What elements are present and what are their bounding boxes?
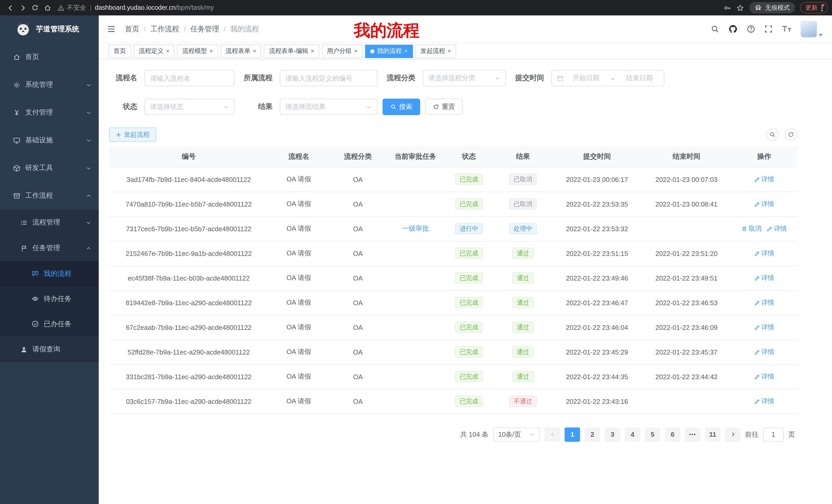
refresh-button[interactable] [785,129,797,141]
cell-status: 已完成 [444,364,494,389]
start-date-placeholder[interactable]: 开始日期 [567,74,605,83]
page-button-6[interactable]: 6 [665,427,680,442]
sidebar-item-my-process[interactable]: 我的流程 [0,261,99,286]
category-select[interactable]: 请选择流程分类 [423,70,506,86]
table-row: 03c6c157-7b9a-11ec-a290-acde48001122 OA … [109,389,797,414]
sidebar-item-done-tasks[interactable]: 已办任务 [0,311,99,337]
table-row: 52ffd28e-7b9a-11ec-a290-acde48001122 OA … [109,340,797,364]
detail-link[interactable]: 详情 [754,175,774,184]
cancel-link[interactable]: 取消 [742,224,761,233]
page-size-select[interactable]: 10条/页 [493,427,540,442]
col-actions: 操作 [731,146,797,167]
sidebar-toggle-icon[interactable] [107,25,116,33]
cell-submit-time: 2022-01-22 23:51:15 [552,241,642,265]
chevron-up-icon [86,193,92,199]
breadcrumb-home[interactable]: 首页 [125,24,139,34]
table-row: 7470a810-7b9b-11ec-b5b7-acde48001122 OA … [109,192,797,216]
more-pages-button[interactable]: ••• [685,427,700,442]
end-date-placeholder[interactable]: 结束日期 [620,74,659,83]
tab-process-form-edit[interactable]: 流程表单-编辑× [264,45,319,58]
sidebar-item-leave-query[interactable]: 请假查询 [0,337,99,362]
page-button-11[interactable]: 11 [705,427,721,442]
next-page-button[interactable] [725,427,740,442]
result-select[interactable]: 请选择流结果 [280,99,378,115]
close-icon[interactable]: × [311,48,314,54]
cell-status: 已完成 [444,340,494,364]
page-button-2[interactable]: 2 [585,427,600,442]
calendar-icon [557,75,564,81]
address-bar[interactable]: 不安全 dashboard.yudao.iocoder.cn/bpm/task/… [58,3,724,12]
tab-process-form[interactable]: 流程表单× [220,45,261,58]
tab-home[interactable]: 首页 [108,45,131,58]
detail-link[interactable]: 详情 [754,347,774,356]
tab-my-process[interactable]: 我的流程× [365,45,413,58]
security-status[interactable]: 不安全 [58,3,86,12]
sidebar-item-todo-tasks[interactable]: 待办任务 [0,286,99,311]
sidebar-item-process-management[interactable]: 流程管理 [0,209,99,235]
page-button-3[interactable]: 3 [605,427,620,442]
page-button-5[interactable]: 5 [645,427,660,442]
detail-link[interactable]: 详情 [754,249,774,258]
cell-submit-time: 2022-01-22 23:45:29 [552,340,642,364]
detail-link[interactable]: 详情 [767,224,787,233]
sidebar-item-task-management[interactable]: 任务管理 [0,235,99,261]
process-name-input[interactable] [145,70,234,86]
date-range-picker[interactable]: 开始日期 - 结束日期 [551,70,665,86]
detail-link[interactable]: 详情 [754,274,774,282]
breadcrumb-task-management[interactable]: 任务管理 [190,24,219,34]
browser-reload-button[interactable] [29,2,41,14]
avatar[interactable] [801,21,817,37]
close-icon[interactable]: × [210,48,213,54]
tab-user-group[interactable]: 用户分组× [322,45,363,58]
browser-back-button[interactable] [4,2,17,14]
current-task-link[interactable]: 一级审批 [402,224,429,233]
goto-page-input[interactable] [763,427,784,442]
fullscreen-icon[interactable] [764,25,773,33]
sidebar-item-system[interactable]: 系统管理 [0,71,99,99]
github-icon[interactable] [728,24,738,34]
bookmark-star-icon[interactable] [736,4,744,11]
close-icon[interactable]: × [253,48,256,54]
chat-bubble-icon [31,270,39,277]
close-icon[interactable]: × [354,48,358,54]
breadcrumb-workflow[interactable]: 工作流程 [150,24,179,34]
toggle-search-button[interactable] [766,129,779,141]
cell-status: 已完成 [444,290,494,315]
page-button-1[interactable]: 1 [565,427,580,442]
start-process-button[interactable]: 发起流程 [109,128,156,142]
tab-start-process[interactable]: 发起流程× [415,45,456,58]
cell-status: 已完成 [444,315,494,340]
help-icon[interactable] [747,25,755,33]
font-size-icon[interactable] [782,25,792,33]
key-icon[interactable] [724,4,731,11]
user-menu[interactable] [801,21,823,37]
sidebar-item-payment[interactable]: 支付管理 [0,99,99,127]
search-icon[interactable] [711,25,719,33]
prev-page-button[interactable] [545,427,560,442]
tab-process-model[interactable]: 流程模型× [177,45,218,58]
browser-update-button[interactable]: 更新 [800,2,828,13]
detail-link[interactable]: 详情 [754,323,774,332]
detail-link[interactable]: 详情 [754,298,774,307]
close-icon[interactable]: × [448,48,451,54]
search-button[interactable]: 搜索 [383,99,420,115]
sidebar-item-workflow[interactable]: 工作流程 [0,182,99,209]
browser-forward-button[interactable] [17,2,29,14]
status-select[interactable]: 请选择状态 [145,99,234,115]
detail-link[interactable]: 详情 [754,397,774,405]
divider [90,4,91,11]
reset-button[interactable]: 重置 [425,99,463,115]
filter-status-label: 状态 [109,102,137,111]
page-button-4[interactable]: 4 [625,427,640,442]
close-icon[interactable]: × [404,48,408,54]
sidebar-item-home[interactable]: 首页 [0,43,99,71]
detail-link[interactable]: 详情 [754,200,774,208]
process-id-input[interactable] [280,70,378,86]
detail-link[interactable]: 详情 [754,372,774,381]
tab-process-definition[interactable]: 流程定义× [134,45,175,58]
cell-actions: 详情 [731,340,797,364]
sidebar-item-devtools[interactable]: 研发工具 [0,154,99,182]
close-icon[interactable]: × [166,48,170,54]
sidebar-item-infrastructure[interactable]: 基础设施 [0,127,99,154]
browser-home-button[interactable] [41,2,53,14]
